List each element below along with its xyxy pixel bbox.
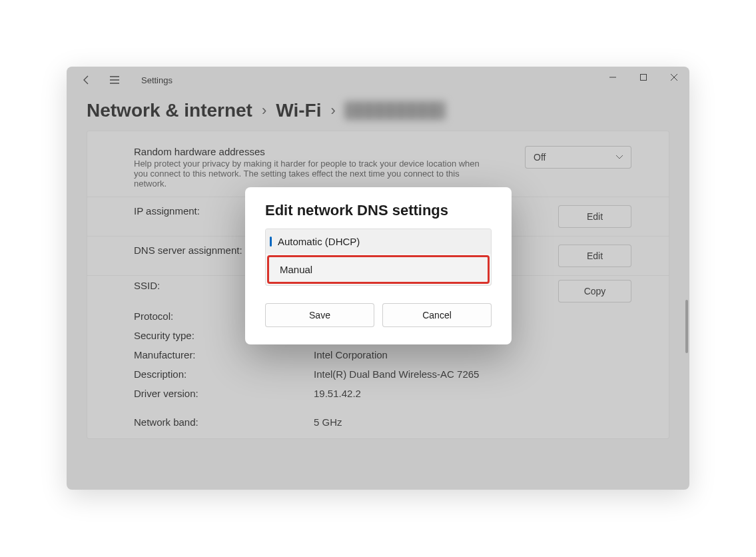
option-manual[interactable]: Manual <box>267 255 490 284</box>
random-hw-desc: Help protect your privacy by making it h… <box>134 159 480 189</box>
description-value: Intel(R) Dual Band Wireless-AC 7265 <box>314 368 631 380</box>
maximize-button[interactable] <box>628 67 659 88</box>
driver-value: 19.51.42.2 <box>314 388 631 399</box>
minimize-button[interactable] <box>597 67 628 88</box>
chevron-right-icon: › <box>262 102 266 119</box>
app-title: Settings <box>141 75 173 85</box>
save-button[interactable]: Save <box>265 303 374 327</box>
breadcrumb: Network & internet › Wi-Fi › <box>67 93 689 131</box>
dns-assignment-edit-button[interactable]: Edit <box>558 245 631 267</box>
dialog-title: Edit network DNS settings <box>265 202 492 219</box>
random-hw-dropdown[interactable]: Off <box>525 146 631 169</box>
scrollbar[interactable] <box>685 300 688 353</box>
close-button[interactable] <box>659 67 689 88</box>
band-value: 5 GHz <box>314 416 631 428</box>
copy-button[interactable]: Copy <box>558 280 631 302</box>
chevron-right-icon: › <box>330 102 335 119</box>
manufacturer-value: Intel Corporation <box>314 349 631 360</box>
band-label: Network band: <box>134 416 300 428</box>
titlebar: Settings <box>67 67 689 93</box>
description-label: Description: <box>134 368 300 380</box>
option-automatic-dhcp[interactable]: Automatic (DHCP) <box>266 229 491 254</box>
manufacturer-label: Manufacturer: <box>134 349 300 360</box>
edit-dns-dialog: Edit network DNS settings Automatic (DHC… <box>245 187 512 344</box>
breadcrumb-network-name[interactable] <box>345 101 445 120</box>
breadcrumb-network[interactable]: Network & internet <box>87 100 252 121</box>
cancel-button[interactable]: Cancel <box>382 303 492 327</box>
back-button[interactable] <box>79 72 95 88</box>
dns-mode-select[interactable]: Automatic (DHCP) Manual <box>265 229 492 286</box>
random-hw-title: Random hardware addresses <box>134 146 512 157</box>
breadcrumb-wifi[interactable]: Wi-Fi <box>276 100 321 121</box>
driver-label: Driver version: <box>134 388 300 399</box>
hamburger-icon[interactable] <box>107 72 123 88</box>
ip-assignment-edit-button[interactable]: Edit <box>558 205 631 228</box>
chevron-down-icon <box>616 155 623 159</box>
svg-rect-0 <box>641 75 647 81</box>
random-hw-value: Off <box>534 152 546 163</box>
